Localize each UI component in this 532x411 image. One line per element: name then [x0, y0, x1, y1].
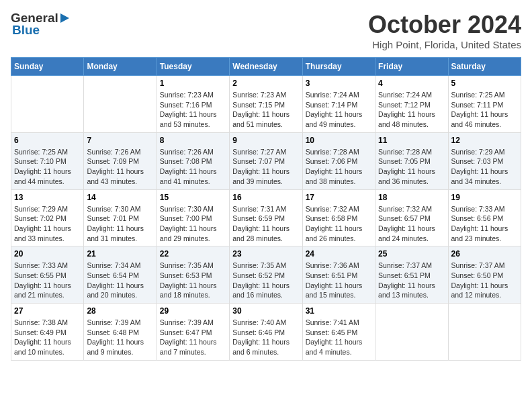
day-info: Sunrise: 7:33 AM Sunset: 6:55 PM Dayligh… — [14, 261, 81, 300]
day-info: Sunrise: 7:40 AM Sunset: 6:46 PM Dayligh… — [232, 318, 299, 357]
day-number: 24 — [306, 249, 372, 259]
calendar-cell: 9Sunrise: 7:27 AM Sunset: 7:07 PM Daylig… — [230, 132, 302, 189]
calendar-cell: 30Sunrise: 7:40 AM Sunset: 6:46 PM Dayli… — [230, 304, 302, 361]
day-info: Sunrise: 7:26 AM Sunset: 7:09 PM Dayligh… — [87, 147, 153, 187]
calendar-cell: 18Sunrise: 7:32 AM Sunset: 6:57 PM Dayli… — [375, 189, 448, 246]
page-header: General Blue October 2024 High Point, Fl… — [11, 11, 521, 50]
logo: General Blue — [11, 11, 69, 38]
day-info: Sunrise: 7:39 AM Sunset: 6:47 PM Dayligh… — [160, 318, 226, 357]
day-info: Sunrise: 7:25 AM Sunset: 7:11 PM Dayligh… — [451, 90, 518, 130]
header-monday: Monday — [84, 58, 157, 76]
main-title: October 2024 — [368, 11, 521, 39]
day-number: 2 — [232, 79, 299, 88]
day-number: 30 — [232, 306, 299, 316]
header-thursday: Thursday — [302, 58, 375, 76]
day-info: Sunrise: 7:32 AM Sunset: 6:58 PM Dayligh… — [306, 204, 372, 244]
calendar-cell: 19Sunrise: 7:33 AM Sunset: 6:56 PM Dayli… — [448, 189, 521, 246]
day-info: Sunrise: 7:38 AM Sunset: 6:49 PM Dayligh… — [14, 318, 81, 357]
calendar-cell — [84, 76, 157, 133]
day-info: Sunrise: 7:29 AM Sunset: 7:03 PM Dayligh… — [451, 147, 518, 187]
day-info: Sunrise: 7:36 AM Sunset: 6:51 PM Dayligh… — [306, 261, 372, 300]
calendar-cell: 28Sunrise: 7:39 AM Sunset: 6:48 PM Dayli… — [84, 304, 157, 361]
calendar-cell: 17Sunrise: 7:32 AM Sunset: 6:58 PM Dayli… — [302, 189, 375, 246]
day-number: 3 — [306, 79, 372, 88]
day-number: 12 — [451, 136, 518, 145]
day-number: 10 — [306, 136, 372, 145]
day-number: 26 — [451, 249, 518, 259]
calendar-cell: 13Sunrise: 7:29 AM Sunset: 7:02 PM Dayli… — [11, 189, 84, 246]
calendar-cell: 10Sunrise: 7:28 AM Sunset: 7:06 PM Dayli… — [302, 132, 375, 189]
day-info: Sunrise: 7:28 AM Sunset: 7:05 PM Dayligh… — [378, 147, 445, 187]
day-number: 11 — [378, 136, 445, 145]
day-number: 16 — [232, 193, 299, 202]
calendar-cell: 1Sunrise: 7:23 AM Sunset: 7:16 PM Daylig… — [157, 76, 229, 133]
logo-blue-text: Blue — [12, 23, 40, 38]
calendar-cell: 21Sunrise: 7:34 AM Sunset: 6:54 PM Dayli… — [84, 246, 157, 304]
calendar-cell: 12Sunrise: 7:29 AM Sunset: 7:03 PM Dayli… — [448, 132, 521, 189]
day-number: 22 — [160, 249, 226, 259]
day-number: 31 — [306, 306, 372, 316]
week-row-3: 13Sunrise: 7:29 AM Sunset: 7:02 PM Dayli… — [11, 189, 521, 246]
day-info: Sunrise: 7:24 AM Sunset: 7:12 PM Dayligh… — [378, 90, 445, 130]
day-info: Sunrise: 7:35 AM Sunset: 6:52 PM Dayligh… — [232, 261, 299, 300]
calendar-cell: 24Sunrise: 7:36 AM Sunset: 6:51 PM Dayli… — [302, 246, 375, 304]
calendar-cell: 16Sunrise: 7:31 AM Sunset: 6:59 PM Dayli… — [230, 189, 302, 246]
day-number: 25 — [378, 249, 445, 259]
day-number: 17 — [306, 193, 372, 202]
day-info: Sunrise: 7:37 AM Sunset: 6:51 PM Dayligh… — [378, 261, 445, 300]
calendar-cell: 14Sunrise: 7:30 AM Sunset: 7:01 PM Dayli… — [84, 189, 157, 246]
header-sunday: Sunday — [11, 58, 84, 76]
day-info: Sunrise: 7:26 AM Sunset: 7:08 PM Dayligh… — [160, 147, 226, 187]
week-row-5: 27Sunrise: 7:38 AM Sunset: 6:49 PM Dayli… — [11, 304, 521, 361]
day-info: Sunrise: 7:23 AM Sunset: 7:16 PM Dayligh… — [160, 90, 226, 130]
day-info: Sunrise: 7:30 AM Sunset: 7:00 PM Dayligh… — [160, 204, 226, 244]
header-saturday: Saturday — [448, 58, 521, 76]
day-info: Sunrise: 7:34 AM Sunset: 6:54 PM Dayligh… — [87, 261, 153, 300]
calendar-cell: 23Sunrise: 7:35 AM Sunset: 6:52 PM Dayli… — [230, 246, 302, 304]
day-info: Sunrise: 7:25 AM Sunset: 7:10 PM Dayligh… — [14, 147, 81, 187]
calendar-cell: 6Sunrise: 7:25 AM Sunset: 7:10 PM Daylig… — [11, 132, 84, 189]
subtitle: High Point, Florida, United States — [368, 39, 521, 50]
day-number: 23 — [232, 249, 299, 259]
week-row-2: 6Sunrise: 7:25 AM Sunset: 7:10 PM Daylig… — [11, 132, 521, 189]
day-info: Sunrise: 7:41 AM Sunset: 6:45 PM Dayligh… — [306, 318, 372, 357]
calendar-cell: 26Sunrise: 7:37 AM Sunset: 6:50 PM Dayli… — [448, 246, 521, 304]
calendar-cell: 4Sunrise: 7:24 AM Sunset: 7:12 PM Daylig… — [375, 76, 448, 133]
header-tuesday: Tuesday — [157, 58, 229, 76]
day-number: 27 — [14, 306, 81, 316]
day-info: Sunrise: 7:28 AM Sunset: 7:06 PM Dayligh… — [306, 147, 372, 187]
calendar-cell: 15Sunrise: 7:30 AM Sunset: 7:00 PM Dayli… — [157, 189, 229, 246]
day-number: 7 — [87, 136, 153, 145]
calendar-cell: 3Sunrise: 7:24 AM Sunset: 7:14 PM Daylig… — [302, 76, 375, 133]
day-info: Sunrise: 7:32 AM Sunset: 6:57 PM Dayligh… — [378, 204, 445, 244]
calendar-cell: 25Sunrise: 7:37 AM Sunset: 6:51 PM Dayli… — [375, 246, 448, 304]
day-info: Sunrise: 7:24 AM Sunset: 7:14 PM Dayligh… — [306, 90, 372, 130]
day-info: Sunrise: 7:39 AM Sunset: 6:48 PM Dayligh… — [87, 318, 153, 357]
week-row-1: 1Sunrise: 7:23 AM Sunset: 7:16 PM Daylig… — [11, 76, 521, 133]
calendar-cell: 11Sunrise: 7:28 AM Sunset: 7:05 PM Dayli… — [375, 132, 448, 189]
day-info: Sunrise: 7:29 AM Sunset: 7:02 PM Dayligh… — [14, 204, 81, 244]
calendar-cell: 8Sunrise: 7:26 AM Sunset: 7:08 PM Daylig… — [157, 132, 229, 189]
day-info: Sunrise: 7:37 AM Sunset: 6:50 PM Dayligh… — [451, 261, 518, 300]
day-number: 19 — [451, 193, 518, 202]
header-wednesday: Wednesday — [230, 58, 302, 76]
day-number: 15 — [160, 193, 226, 202]
calendar-cell — [11, 76, 84, 133]
calendar-cell: 27Sunrise: 7:38 AM Sunset: 6:49 PM Dayli… — [11, 304, 84, 361]
day-info: Sunrise: 7:23 AM Sunset: 7:15 PM Dayligh… — [232, 90, 299, 130]
day-number: 14 — [87, 193, 153, 202]
day-number: 20 — [14, 249, 81, 259]
week-row-4: 20Sunrise: 7:33 AM Sunset: 6:55 PM Dayli… — [11, 246, 521, 304]
calendar-cell — [448, 304, 521, 361]
day-number: 1 — [160, 79, 226, 88]
day-info: Sunrise: 7:33 AM Sunset: 6:56 PM Dayligh… — [451, 204, 518, 244]
header-friday: Friday — [375, 58, 448, 76]
calendar-cell: 7Sunrise: 7:26 AM Sunset: 7:09 PM Daylig… — [84, 132, 157, 189]
calendar-cell — [375, 304, 448, 361]
day-info: Sunrise: 7:35 AM Sunset: 6:53 PM Dayligh… — [160, 261, 226, 300]
calendar-cell: 29Sunrise: 7:39 AM Sunset: 6:47 PM Dayli… — [157, 304, 229, 361]
day-number: 6 — [14, 136, 81, 145]
day-info: Sunrise: 7:27 AM Sunset: 7:07 PM Dayligh… — [232, 147, 299, 187]
day-number: 29 — [160, 306, 226, 316]
day-number: 5 — [451, 79, 518, 88]
